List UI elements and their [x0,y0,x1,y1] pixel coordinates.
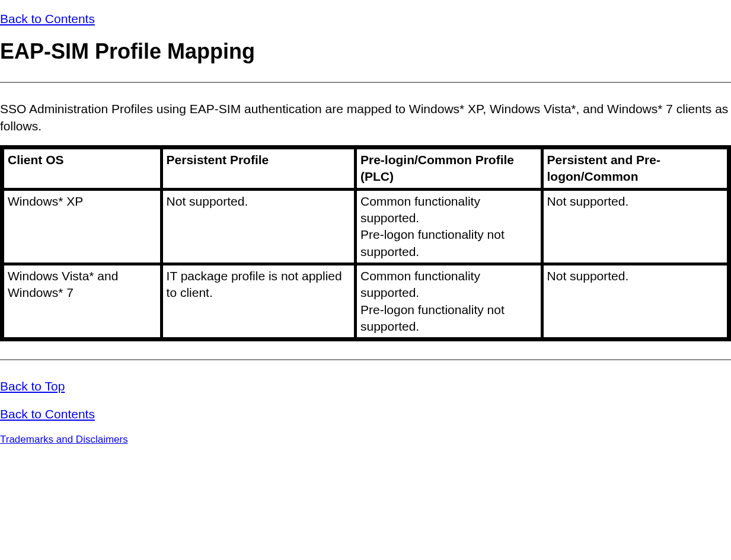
table-cell: Windows Vista* and Windows* 7 [4,265,161,338]
divider [0,359,731,360]
cell-line: Common functionality supported. [360,194,480,225]
table-header-col3: Persistent and Pre-logon/Common [543,149,727,188]
cell-line: Common functionality supported. [360,269,480,299]
cell-line: Pre-logon functionality not supported. [360,228,505,258]
trademarks-link[interactable]: Trademarks and Disclaimers [0,434,128,445]
divider [0,82,731,83]
cell-line: Pre-logon functionality not supported. [360,303,505,333]
table-row: Windows Vista* and Windows* 7 IT package… [4,265,727,338]
page-title: EAP-SIM Profile Mapping [0,39,731,64]
back-to-top-link[interactable]: Back to Top [0,379,65,393]
table-cell: Not supported. [543,190,727,263]
back-to-contents-link-top[interactable]: Back to Contents [0,12,95,25]
table-header-col1: Persistent Profile [162,149,355,188]
table-cell: Not supported. [162,190,355,263]
table-cell: IT package profile is not applied to cli… [162,265,355,338]
table-cell: Common functionality supported. Pre-logo… [356,265,541,338]
table-cell: Common functionality supported. Pre-logo… [356,190,541,263]
table-header-col0: Client OS [4,149,161,188]
table-row: Windows* XP Not supported. Common functi… [4,190,727,263]
mapping-table: Client OS Persistent Profile Pre-login/C… [0,145,731,341]
table-header-row: Client OS Persistent Profile Pre-login/C… [4,149,727,188]
table-cell: Not supported. [543,265,727,338]
table-cell: Windows* XP [4,190,161,263]
intro-paragraph: SSO Administration Profiles using EAP-SI… [0,101,731,135]
table-header-col2: Pre-login/Common Profile (PLC) [356,149,541,188]
back-to-contents-link-bottom[interactable]: Back to Contents [0,407,95,421]
